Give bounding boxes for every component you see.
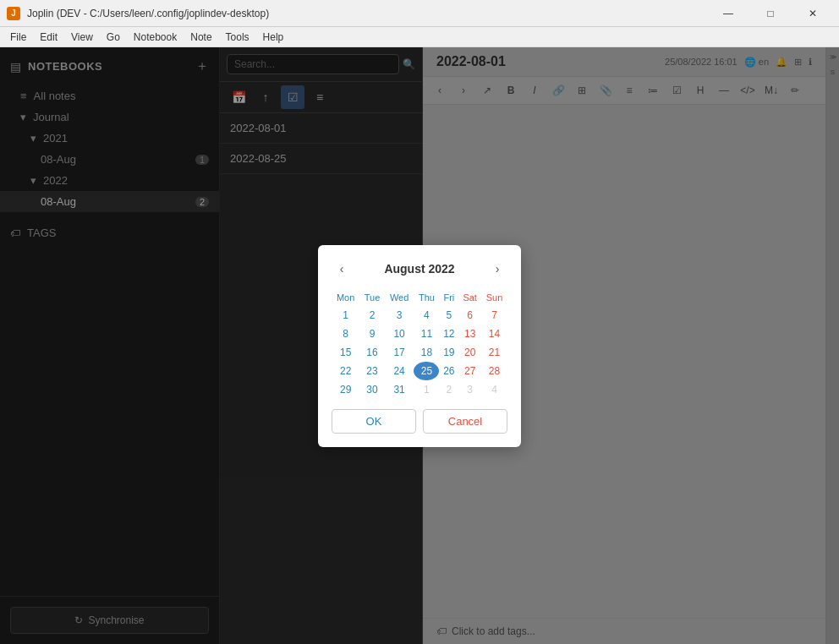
calendar-day[interactable]: 1 [332, 306, 359, 325]
menu-note[interactable]: Note [184, 30, 218, 45]
col-sat: Sat [458, 289, 481, 306]
calendar-day[interactable]: 18 [414, 343, 439, 362]
close-button[interactable]: ✕ [793, 0, 832, 27]
calendar-grid: Mon Tue Wed Thu Fri Sat Sun 123456789101… [332, 289, 507, 399]
calendar-week-4: 2930311234 [332, 380, 507, 399]
col-fri: Fri [439, 289, 458, 306]
calendar-day[interactable]: 27 [458, 362, 481, 380]
menu-bar: File Edit View Go Notebook Note Tools He… [0, 27, 839, 47]
calendar-day[interactable]: 9 [359, 325, 385, 343]
app-icon: J [7, 7, 20, 20]
col-tue: Tue [359, 289, 385, 306]
calendar-dialog: ‹ August 2022 › Mon Tue Wed Thu Fri Sat … [318, 245, 521, 447]
calendar-day[interactable]: 17 [385, 343, 414, 362]
next-month-button[interactable]: › [487, 259, 507, 279]
col-wed: Wed [385, 289, 414, 306]
calendar-day[interactable]: 4 [414, 306, 439, 325]
title-bar: J Joplin (DEV - C:/Users/leen/.config/jo… [0, 0, 839, 27]
calendar-day[interactable]: 28 [481, 362, 507, 380]
calendar-day[interactable]: 8 [332, 325, 359, 343]
calendar-day[interactable]: 22 [332, 362, 359, 380]
calendar-day[interactable]: 4 [481, 380, 507, 399]
prev-month-button[interactable]: ‹ [332, 259, 352, 279]
calendar-day[interactable]: 3 [385, 306, 414, 325]
menu-file[interactable]: File [3, 30, 33, 45]
calendar-day[interactable]: 23 [359, 362, 385, 380]
calendar-day[interactable]: 26 [439, 362, 458, 380]
menu-view[interactable]: View [64, 30, 100, 45]
calendar-week-3: 22232425262728 [332, 362, 507, 380]
calendar-day[interactable]: 10 [385, 325, 414, 343]
calendar-day[interactable]: 20 [458, 343, 481, 362]
col-sun: Sun [481, 289, 507, 306]
calendar-title: August 2022 [384, 262, 454, 276]
calendar-day[interactable]: 16 [359, 343, 385, 362]
menu-help[interactable]: Help [256, 30, 291, 45]
calendar-day[interactable]: 13 [458, 325, 481, 343]
maximize-button[interactable]: □ [751, 0, 790, 27]
ok-button[interactable]: OK [332, 409, 416, 434]
overlay: ‹ August 2022 › Mon Tue Wed Thu Fri Sat … [0, 47, 839, 644]
calendar-thead: Mon Tue Wed Thu Fri Sat Sun [332, 289, 507, 306]
calendar-day[interactable]: 24 [385, 362, 414, 380]
calendar-day[interactable]: 15 [332, 343, 359, 362]
cancel-button[interactable]: Cancel [423, 409, 507, 434]
calendar-day[interactable]: 25 [414, 362, 439, 380]
menu-edit[interactable]: Edit [33, 30, 64, 45]
menu-notebook[interactable]: Notebook [127, 30, 184, 45]
calendar-day[interactable]: 19 [439, 343, 458, 362]
calendar-day[interactable]: 5 [439, 306, 458, 325]
calendar-week-2: 15161718192021 [332, 343, 507, 362]
calendar-week-1: 891011121314 [332, 325, 507, 343]
calendar-day[interactable]: 14 [481, 325, 507, 343]
title-bar-text: Joplin (DEV - C:/Users/leen/.config/jopl… [27, 8, 702, 19]
col-thu: Thu [414, 289, 439, 306]
calendar-day[interactable]: 2 [439, 380, 458, 399]
calendar-day[interactable]: 7 [481, 306, 507, 325]
menu-go[interactable]: Go [100, 30, 127, 45]
calendar-day[interactable]: 21 [481, 343, 507, 362]
calendar-header-row: Mon Tue Wed Thu Fri Sat Sun [332, 289, 507, 306]
title-bar-controls: — □ ✕ [709, 0, 832, 27]
calendar-buttons: OK Cancel [332, 409, 507, 434]
calendar-day[interactable]: 29 [332, 380, 359, 399]
calendar-day[interactable]: 30 [359, 380, 385, 399]
calendar-day[interactable]: 1 [414, 380, 439, 399]
calendar-header: ‹ August 2022 › [332, 259, 507, 279]
menu-tools[interactable]: Tools [219, 30, 256, 45]
calendar-day[interactable]: 2 [359, 306, 385, 325]
calendar-day[interactable]: 12 [439, 325, 458, 343]
calendar-day[interactable]: 6 [458, 306, 481, 325]
calendar-day[interactable]: 31 [385, 380, 414, 399]
col-mon: Mon [332, 289, 359, 306]
calendar-day[interactable]: 11 [414, 325, 439, 343]
calendar-day[interactable]: 3 [458, 380, 481, 399]
calendar-week-0: 1234567 [332, 306, 507, 325]
minimize-button[interactable]: — [709, 0, 748, 27]
calendar-body: 1234567891011121314151617181920212223242… [332, 306, 507, 399]
